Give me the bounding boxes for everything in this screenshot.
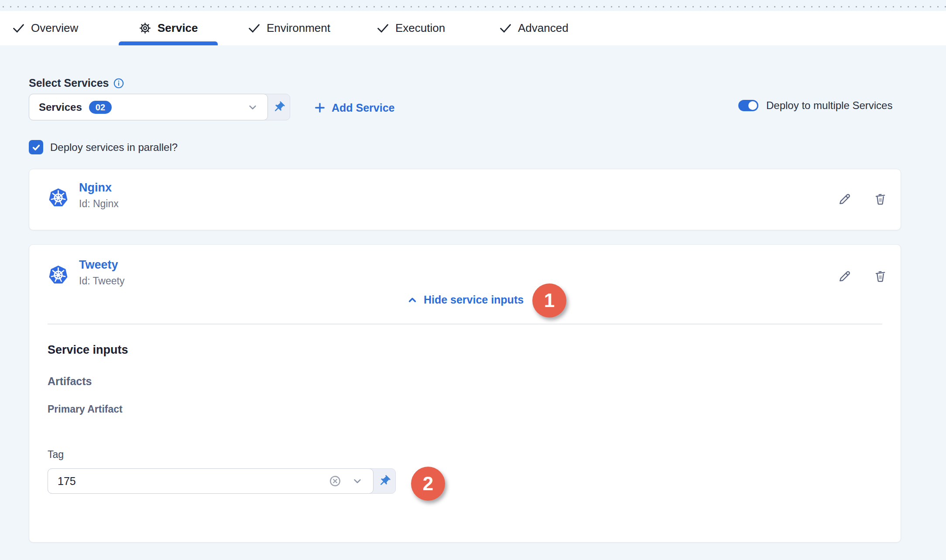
pin-icon xyxy=(378,475,391,488)
services-dropdown[interactable]: Services 02 xyxy=(29,94,290,120)
artifacts-heading: Artifacts xyxy=(48,375,92,388)
service-inputs-heading: Service inputs xyxy=(48,343,128,357)
annotation-marker-2: 2 xyxy=(411,467,445,501)
chevron-up-icon xyxy=(406,294,418,306)
edit-service-button[interactable] xyxy=(836,267,853,285)
gear-icon xyxy=(138,21,152,35)
pin-icon xyxy=(272,101,285,114)
services-count-badge: 02 xyxy=(89,101,112,114)
tab-label: Execution xyxy=(395,21,445,35)
card-divider xyxy=(48,324,882,324)
service-name-link[interactable]: Nginx xyxy=(79,181,112,195)
tag-field[interactable] xyxy=(48,468,374,494)
hide-service-inputs-button[interactable]: Hide service inputs xyxy=(29,294,901,306)
delete-service-button[interactable] xyxy=(871,267,889,285)
service-id: Id: Tweety xyxy=(79,275,124,287)
runtime-pin-button[interactable] xyxy=(373,469,395,493)
deploy-multiple-label: Deploy to multiple Services xyxy=(766,99,892,112)
plus-icon xyxy=(314,102,326,114)
check-icon xyxy=(12,21,25,35)
pencil-icon xyxy=(837,192,852,206)
stage-tabbar: Overview Service Environment Execution A… xyxy=(0,11,946,45)
pencil-icon xyxy=(837,269,852,283)
kubernetes-icon xyxy=(48,265,69,285)
service-card-tweety: Tweety Id: Tweety Hide service inputs 1 … xyxy=(29,244,901,543)
primary-artifact-heading: Primary Artifact xyxy=(48,403,123,415)
tab-label: Service xyxy=(158,21,198,35)
clear-icon[interactable] xyxy=(329,475,342,488)
service-id: Id: Nginx xyxy=(79,198,119,210)
tab-execution[interactable]: Execution xyxy=(376,11,445,45)
toggle-knob xyxy=(748,101,757,110)
trash-icon xyxy=(873,192,888,206)
edit-service-button[interactable] xyxy=(836,190,853,208)
info-icon[interactable] xyxy=(113,78,124,89)
select-services-label: Select Services xyxy=(29,77,124,89)
services-dropdown-field[interactable]: Services 02 xyxy=(29,94,268,120)
add-service-button[interactable]: Add Service xyxy=(314,99,395,116)
check-icon xyxy=(247,21,261,35)
checkmark-icon xyxy=(31,142,41,153)
tag-label: Tag xyxy=(48,449,64,461)
tab-label: Overview xyxy=(31,21,78,35)
check-icon xyxy=(376,21,390,35)
kubernetes-icon xyxy=(48,188,69,208)
tag-field-group xyxy=(48,468,396,494)
tab-advanced[interactable]: Advanced xyxy=(499,11,569,45)
chevron-down-icon[interactable] xyxy=(351,475,363,487)
tab-service[interactable]: Service xyxy=(138,11,198,45)
tab-label: Advanced xyxy=(518,21,569,35)
services-dropdown-value: Services xyxy=(39,101,82,113)
trash-icon xyxy=(873,269,888,283)
tab-overview[interactable]: Overview xyxy=(12,11,78,45)
page-top-decoration xyxy=(0,0,946,11)
tab-environment[interactable]: Environment xyxy=(247,11,330,45)
delete-service-button[interactable] xyxy=(871,190,889,208)
deploy-parallel-label: Deploy services in parallel? xyxy=(50,141,178,154)
service-card-nginx: Nginx Id: Nginx xyxy=(29,169,901,230)
pipeline-stage-config-screen: Overview Service Environment Execution A… xyxy=(0,0,946,560)
annotation-marker-1: 1 xyxy=(532,283,566,318)
check-icon xyxy=(499,21,512,35)
deploy-parallel-checkbox[interactable] xyxy=(29,140,43,154)
tag-input[interactable] xyxy=(58,475,302,488)
service-name-link[interactable]: Tweety xyxy=(79,258,118,272)
tab-label: Environment xyxy=(267,21,330,35)
runtime-pin-button[interactable] xyxy=(267,94,290,120)
deploy-multiple-toggle[interactable] xyxy=(738,100,758,111)
chevron-down-icon[interactable] xyxy=(247,101,259,113)
